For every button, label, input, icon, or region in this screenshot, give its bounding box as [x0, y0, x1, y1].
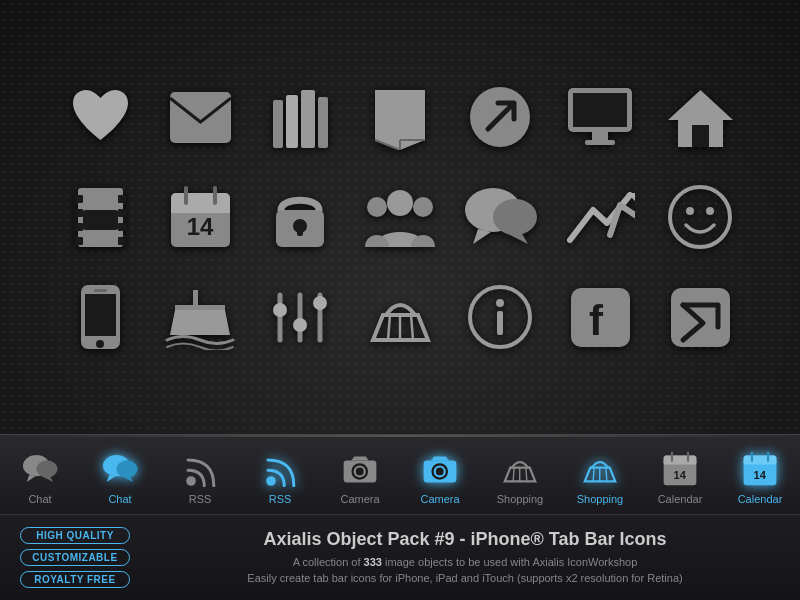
svg-text:14: 14 — [186, 213, 213, 240]
rss-active-icon — [258, 447, 302, 491]
info-bar: HIGH QUALITY CUSTOMIZABLE ROYALTY FREE A… — [0, 514, 800, 600]
svg-point-77 — [266, 476, 276, 486]
svg-line-84 — [513, 468, 514, 482]
svg-rect-11 — [573, 93, 627, 127]
main-container: 14 — [0, 0, 800, 600]
books-icon — [260, 77, 340, 157]
desc-line1: A collection of 333 image objects to be … — [293, 556, 638, 568]
svg-point-83 — [436, 468, 444, 476]
tab-calendar-active[interactable]: 14 Calendar — [720, 443, 800, 509]
svg-marker-71 — [44, 476, 54, 482]
badges-container: HIGH QUALITY CUSTOMIZABLE ROYALTY FREE — [20, 527, 130, 588]
info-desc: A collection of 333 image objects to be … — [150, 554, 780, 587]
tab-chat-inactive[interactable]: Chat — [0, 443, 80, 509]
rss-active-label: RSS — [269, 493, 292, 505]
svg-rect-28 — [171, 203, 230, 213]
heart-icon — [60, 77, 140, 157]
svg-rect-18 — [75, 209, 83, 217]
svg-rect-49 — [94, 289, 107, 292]
svg-rect-15 — [692, 125, 709, 147]
svg-point-36 — [367, 197, 387, 217]
svg-point-54 — [273, 303, 287, 317]
svg-rect-13 — [585, 140, 615, 145]
tab-calendar-inactive[interactable]: 14 Calendar — [640, 443, 720, 509]
twitter-icon — [660, 277, 740, 357]
calendar-active-icon: 14 — [738, 447, 782, 491]
svg-line-89 — [606, 468, 607, 482]
svg-rect-25 — [83, 210, 118, 230]
icon-row-2: 14 — [60, 177, 740, 257]
svg-point-58 — [313, 296, 327, 310]
tab-shopping-active[interactable]: Shopping — [560, 443, 640, 509]
svg-marker-52 — [170, 310, 230, 335]
svg-rect-2 — [286, 95, 298, 148]
shopping-inactive-label: Shopping — [497, 493, 544, 505]
phone-icon — [60, 277, 140, 357]
calendar-icon: 14 — [160, 177, 240, 257]
icons-area: 14 — [0, 0, 800, 434]
svg-point-35 — [387, 190, 413, 216]
camera-active-icon — [418, 447, 462, 491]
tab-bar: Chat Chat — [0, 434, 800, 514]
rss-inactive-label: RSS — [189, 493, 212, 505]
shopping-active-icon — [578, 447, 622, 491]
ship-icon — [160, 277, 240, 357]
basket-icon — [360, 277, 440, 357]
svg-line-86 — [526, 468, 527, 482]
svg-rect-1 — [273, 100, 283, 148]
svg-text:f: f — [589, 297, 604, 344]
svg-rect-47 — [85, 294, 116, 336]
svg-rect-64 — [497, 311, 503, 335]
film-icon — [60, 177, 140, 257]
svg-rect-24 — [118, 237, 126, 245]
rss-inactive-icon — [178, 447, 222, 491]
tab-camera-inactive[interactable]: Camera — [320, 443, 400, 509]
svg-point-40 — [493, 199, 537, 235]
svg-marker-41 — [508, 232, 528, 244]
svg-line-87 — [593, 468, 594, 482]
svg-rect-12 — [592, 132, 608, 140]
svg-rect-4 — [318, 97, 328, 148]
calendar-inactive-icon: 14 — [658, 447, 702, 491]
svg-rect-19 — [75, 223, 83, 231]
monitor-icon — [560, 77, 640, 157]
tab-rss-inactive[interactable]: RSS — [160, 443, 240, 509]
svg-line-59 — [388, 315, 390, 340]
camera-active-label: Camera — [420, 493, 459, 505]
tab-camera-active[interactable]: Camera — [400, 443, 480, 509]
lock-icon — [260, 177, 340, 257]
chat-active-label: Chat — [108, 493, 131, 505]
mail-icon — [160, 77, 240, 157]
calendar-active-label: Calendar — [738, 493, 783, 505]
svg-point-48 — [96, 340, 104, 348]
camera-inactive-icon — [338, 447, 382, 491]
svg-rect-34 — [297, 226, 303, 236]
svg-rect-17 — [75, 195, 83, 203]
svg-point-63 — [496, 299, 504, 307]
facebook-icon: f — [560, 277, 640, 357]
tab-shopping-inactive[interactable]: Shopping — [480, 443, 560, 509]
svg-text:14: 14 — [674, 469, 687, 481]
shopping-active-label: Shopping — [577, 493, 624, 505]
svg-point-76 — [186, 476, 196, 486]
svg-point-45 — [706, 207, 714, 215]
svg-rect-22 — [118, 209, 126, 217]
chat-active-icon — [98, 447, 142, 491]
arrow-external-icon — [460, 77, 540, 157]
svg-point-80 — [356, 468, 364, 476]
svg-rect-23 — [118, 223, 126, 231]
camera-inactive-label: Camera — [340, 493, 379, 505]
house-icon — [660, 77, 740, 157]
smiley-icon — [660, 177, 740, 257]
chat-inactive-icon — [18, 447, 62, 491]
svg-rect-0 — [170, 92, 231, 143]
svg-rect-21 — [118, 195, 126, 203]
svg-point-43 — [670, 187, 730, 247]
chat-bubbles-icon — [460, 177, 540, 257]
calendar-inactive-label: Calendar — [658, 493, 703, 505]
tab-chat-active[interactable]: Chat — [80, 443, 160, 509]
svg-rect-51 — [175, 305, 225, 310]
chat-inactive-label: Chat — [28, 493, 51, 505]
equalizer-icon — [260, 277, 340, 357]
tab-rss-active[interactable]: RSS — [240, 443, 320, 509]
